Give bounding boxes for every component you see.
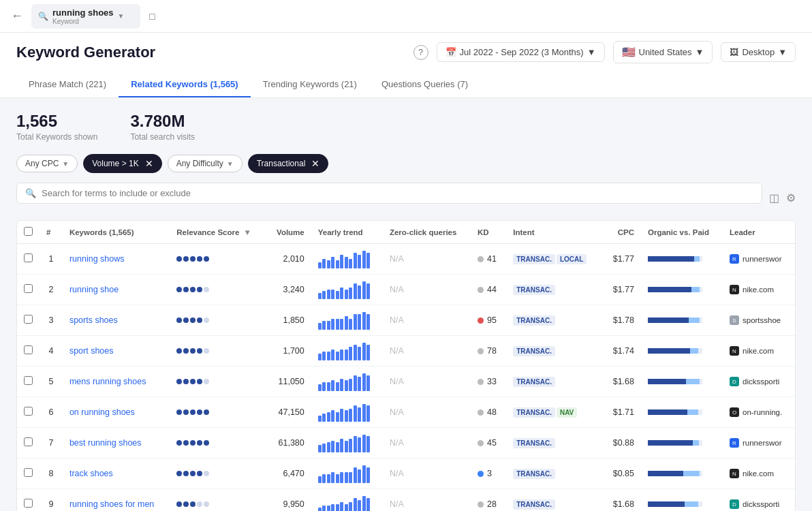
select-all-checkbox[interactable] bbox=[24, 227, 33, 236]
device-picker[interactable]: 🖼 Desktop ▼ bbox=[721, 42, 796, 62]
back-button[interactable]: ← bbox=[11, 9, 23, 23]
relevance-dot bbox=[197, 501, 202, 507]
leader-logo: S bbox=[730, 315, 739, 325]
row-checkbox[interactable] bbox=[24, 284, 33, 293]
keyword-link[interactable]: sports shoes bbox=[69, 315, 118, 325]
col-keywords[interactable]: Keywords (1,565) bbox=[63, 221, 170, 244]
row-keyword[interactable]: sports shoes bbox=[63, 305, 170, 336]
row-checkbox[interactable] bbox=[24, 499, 33, 508]
trend-bar-segment bbox=[318, 508, 322, 511]
trend-bar-segment bbox=[331, 504, 334, 511]
row-organic-paid bbox=[641, 244, 723, 275]
row-relevance bbox=[170, 336, 266, 367]
row-leader: N nike.com bbox=[723, 336, 795, 367]
row-organic-paid bbox=[641, 275, 723, 305]
intent-badge: NAV bbox=[557, 407, 577, 418]
keyword-link[interactable]: track shoes bbox=[69, 469, 113, 478]
kd-dot bbox=[478, 471, 484, 477]
row-checkbox[interactable] bbox=[24, 437, 33, 446]
stat-total-visits: 3.780M Total search visits bbox=[130, 112, 195, 142]
tab-phrase-match[interactable]: Phrase Match (221) bbox=[16, 72, 119, 97]
row-keyword[interactable]: on running shoes bbox=[63, 397, 170, 428]
row-checkbox[interactable] bbox=[24, 253, 33, 262]
leader-cell: D dickssporti bbox=[730, 377, 788, 386]
trend-bar-segment bbox=[331, 257, 334, 268]
row-keyword[interactable]: sport shoes bbox=[63, 336, 170, 367]
row-number: 6 bbox=[40, 397, 63, 428]
row-checkbox[interactable] bbox=[24, 315, 33, 324]
intent-badge: TRANSAC. bbox=[513, 438, 555, 448]
relevance-dot bbox=[183, 440, 189, 446]
row-zero-click: N/A bbox=[383, 244, 471, 275]
keyword-link[interactable]: running shoe bbox=[69, 285, 119, 294]
empty-segment bbox=[700, 471, 702, 476]
trend-bar-segment bbox=[336, 352, 339, 360]
row-intent: TRANSAC.LOCAL bbox=[506, 244, 603, 275]
filter-cpc[interactable]: Any CPC ▼ bbox=[16, 155, 78, 172]
row-number: 9 bbox=[40, 489, 63, 512]
trend-bar-segment bbox=[358, 377, 361, 391]
term-search-bar[interactable]: 🔍 bbox=[16, 183, 762, 204]
row-relevance bbox=[170, 459, 266, 489]
row-keyword[interactable]: running shows bbox=[63, 244, 170, 275]
relevance-dot bbox=[204, 348, 209, 354]
kd-value: 28 bbox=[487, 499, 497, 509]
filter-difficulty[interactable]: Any Difficulty ▼ bbox=[168, 155, 243, 172]
row-number: 8 bbox=[40, 459, 63, 489]
country-picker[interactable]: 🇺🇸 United States ▼ bbox=[613, 41, 713, 63]
row-volume: 47,150 bbox=[266, 397, 311, 428]
row-zero-click: N/A bbox=[383, 275, 471, 305]
trend-bar-segment bbox=[354, 253, 357, 268]
paid-segment bbox=[690, 348, 698, 354]
keyword-link[interactable]: best running shoes bbox=[69, 438, 142, 448]
keyword-link[interactable]: running shoes for men bbox=[69, 499, 154, 509]
row-volume: 11,050 bbox=[266, 367, 311, 397]
filters-row: Any CPC ▼ Volume > 1K ✕ Any Difficulty ▼… bbox=[16, 154, 796, 173]
filter-volume-remove[interactable]: ✕ bbox=[145, 158, 153, 169]
col-intent: Intent bbox=[506, 221, 603, 244]
trend-bar-segment bbox=[340, 379, 343, 391]
col-trend: Yearly trend bbox=[311, 221, 383, 244]
row-keyword[interactable]: mens running shoes bbox=[63, 367, 170, 397]
tab-trending-keywords[interactable]: Trending Keywords (21) bbox=[251, 72, 369, 97]
filter-volume[interactable]: Volume > 1K ✕ bbox=[83, 154, 161, 173]
row-kd: 3 bbox=[471, 459, 506, 489]
row-checkbox[interactable] bbox=[24, 376, 33, 385]
trend-bar-segment bbox=[354, 405, 357, 422]
export-csv-button[interactable]: ◫ bbox=[769, 191, 779, 204]
relevance-dot bbox=[197, 256, 202, 262]
organic-segment bbox=[648, 440, 693, 446]
term-search-input[interactable] bbox=[42, 188, 753, 198]
kd-value: 44 bbox=[487, 285, 497, 294]
help-button[interactable]: ? bbox=[413, 45, 428, 60]
row-volume: 6,470 bbox=[266, 459, 311, 489]
row-keyword[interactable]: running shoes for men bbox=[63, 489, 170, 512]
row-keyword[interactable]: running shoe bbox=[63, 275, 170, 305]
relevance-dot bbox=[204, 471, 209, 476]
keyword-link[interactable]: running shows bbox=[69, 254, 125, 264]
filter-intent[interactable]: Transactional ✕ bbox=[248, 154, 329, 173]
date-range-picker[interactable]: 📅 Jul 2022 - Sep 2022 (3 Months) ▼ bbox=[437, 42, 605, 62]
keyword-link[interactable]: mens running shoes bbox=[69, 377, 146, 386]
relevance-dot bbox=[204, 318, 209, 323]
keyword-link[interactable]: sport shoes bbox=[69, 346, 114, 356]
col-volume[interactable]: Volume bbox=[266, 221, 311, 244]
trend-bar-segment bbox=[336, 382, 339, 391]
settings-button[interactable]: ⚙ bbox=[786, 191, 796, 204]
col-relevance[interactable]: Relevance Score ▼ bbox=[170, 221, 266, 244]
keyword-search-box[interactable]: 🔍 running shoes Keyword ▼ bbox=[31, 4, 140, 29]
kd-dot bbox=[478, 256, 484, 262]
tab-related-keywords[interactable]: Related Keywords (1,565) bbox=[119, 72, 251, 97]
keyword-link[interactable]: on running shoes bbox=[69, 407, 135, 417]
row-checkbox[interactable] bbox=[24, 345, 33, 354]
row-checkbox[interactable] bbox=[24, 407, 33, 416]
tab-questions-queries[interactable]: Questions Queries (7) bbox=[369, 72, 480, 97]
trend-bar-segment bbox=[354, 467, 357, 483]
filter-intent-remove[interactable]: ✕ bbox=[311, 158, 319, 169]
row-zero-click: N/A bbox=[383, 397, 471, 428]
organic-paid-bar bbox=[648, 501, 702, 507]
row-keyword[interactable]: best running shoes bbox=[63, 428, 170, 459]
row-checkbox[interactable] bbox=[24, 468, 33, 477]
share-button[interactable]: ◻ bbox=[149, 11, 156, 21]
row-keyword[interactable]: track shoes bbox=[63, 459, 170, 489]
